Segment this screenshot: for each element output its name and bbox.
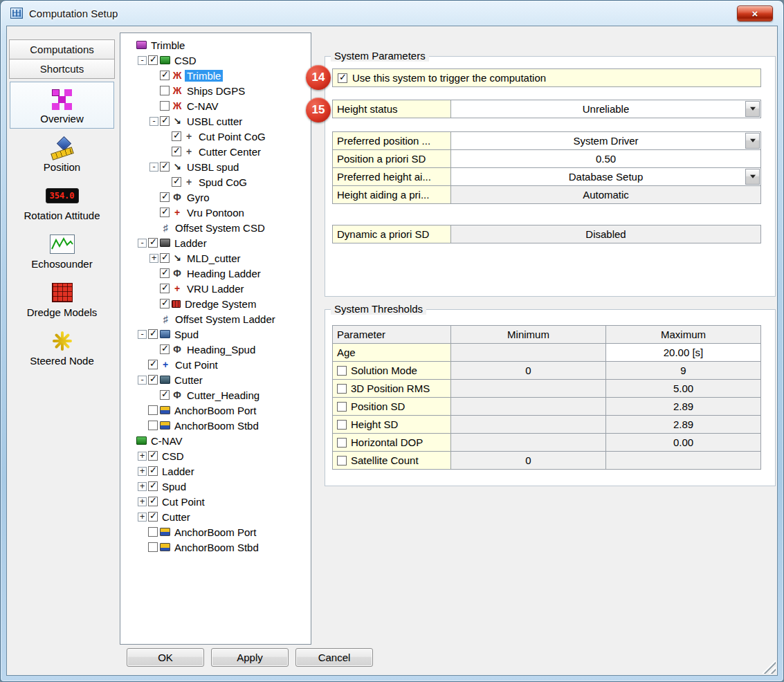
tree-checkbox[interactable] — [148, 375, 158, 385]
tree-node-label[interactable]: AnchorBoom Stbd — [172, 542, 261, 553]
threshold-checkbox[interactable] — [337, 438, 347, 448]
tree-node[interactable]: AnchorBoom Port — [122, 403, 311, 418]
computations-tab[interactable]: Computations — [9, 39, 115, 59]
tree-checkbox[interactable] — [148, 497, 158, 506]
tree-node-label[interactable]: Offset System Ladder — [173, 313, 277, 325]
tree-node[interactable]: +Spud — [122, 479, 311, 494]
tree-node[interactable]: AnchorBoom Port — [122, 524, 311, 540]
tree-node-label[interactable]: Ladder — [160, 466, 197, 477]
tree-node-label[interactable]: Dredge System — [183, 298, 258, 310]
tree-node-label[interactable]: Spud CoG — [197, 176, 249, 188]
trigger-computation-row[interactable]: Use this system to trigger the computati… — [332, 68, 761, 87]
tree-node[interactable]: +VRU Ladder — [122, 281, 311, 296]
dropdown-arrow-icon[interactable] — [745, 133, 760, 149]
tree-checkbox[interactable] — [160, 116, 170, 126]
collapse-icon[interactable]: - — [149, 163, 158, 172]
sidebar-item-steered-node[interactable]: Steered Node — [10, 324, 114, 371]
tree-node-label[interactable]: Ships DGPS — [185, 85, 247, 97]
tree-node[interactable]: AnchorBoom Stbd — [122, 540, 311, 555]
param-value[interactable]: 0.50 — [450, 149, 761, 168]
tree-checkbox[interactable] — [172, 177, 181, 187]
tree-checkbox[interactable] — [148, 238, 158, 248]
tree-node[interactable]: ΦCutter_Heading — [122, 387, 311, 403]
threshold-checkbox[interactable] — [337, 420, 347, 430]
tree-checkbox[interactable] — [160, 344, 170, 354]
titlebar[interactable]: Computation Setup × — [1, 1, 783, 26]
tree-node[interactable]: +Cutter — [122, 509, 311, 524]
tree-node[interactable]: -Ladder — [122, 235, 311, 250]
collapse-icon[interactable]: - — [138, 56, 147, 65]
tree-node-label[interactable]: CSD — [172, 55, 199, 66]
tree-node-label[interactable]: Heading_Spud — [185, 344, 257, 356]
sidebar-item-overview[interactable]: Overview — [10, 82, 114, 129]
dropdown-arrow-icon[interactable] — [745, 101, 760, 117]
tree-node-label[interactable]: Trimble — [185, 70, 223, 82]
expand-icon[interactable]: + — [138, 452, 147, 461]
tree-node[interactable]: +↘MLD_cutter — [122, 250, 311, 266]
tree-node-label[interactable]: Trimble — [149, 39, 187, 51]
tree-node[interactable]: ЖC-NAV — [122, 98, 311, 113]
tree-node[interactable]: C-NAV — [122, 433, 311, 448]
tree-node-label[interactable]: Cut Point — [160, 496, 207, 508]
tree-node[interactable]: ЖShips DGPS — [122, 83, 311, 98]
tree-node[interactable]: +CSD — [122, 448, 311, 463]
tree-checkbox[interactable] — [160, 284, 170, 293]
tree-node[interactable]: Trimble — [122, 37, 311, 53]
ok-button[interactable]: OK — [127, 648, 204, 667]
tree-node[interactable]: +Ladder — [122, 463, 311, 479]
sidebar-item-dredge-models[interactable]: Dredge Models — [10, 275, 114, 322]
expand-icon[interactable]: + — [138, 482, 147, 491]
tree-node[interactable]: +Cut Point CoG — [122, 129, 311, 144]
tree-node[interactable]: +Vru Pontoon — [122, 205, 311, 220]
tree-checkbox[interactable] — [160, 268, 170, 278]
tree-checkbox[interactable] — [148, 421, 158, 430]
tree-checkbox[interactable] — [160, 101, 170, 111]
tree-checkbox[interactable] — [160, 253, 170, 263]
tree-checkbox[interactable] — [160, 208, 170, 217]
tree-checkbox[interactable] — [148, 512, 158, 522]
sidebar-item-position[interactable]: Position — [10, 130, 114, 177]
tree-checkbox[interactable] — [160, 299, 170, 308]
tree-checkbox[interactable] — [148, 527, 158, 537]
tree-checkbox[interactable] — [148, 542, 158, 552]
tree-node-label[interactable]: Cutter Center — [197, 146, 263, 158]
tree-checkbox[interactable] — [160, 390, 170, 400]
expand-icon[interactable]: + — [138, 497, 147, 506]
tree-checkbox[interactable] — [148, 466, 158, 476]
threshold-checkbox[interactable] — [337, 402, 347, 412]
tree-node-label[interactable]: CSD — [160, 450, 186, 462]
tree-checkbox[interactable] — [148, 360, 158, 369]
collapse-icon[interactable]: - — [149, 117, 158, 126]
tree-node-label[interactable]: Gyro — [185, 192, 212, 203]
tree-node-label[interactable]: VRU Ladder — [185, 283, 246, 295]
tree-node[interactable]: ♯Offset System Ladder — [122, 311, 311, 326]
tree-node-label[interactable]: AnchorBoom Port — [172, 405, 258, 416]
tree-checkbox[interactable] — [160, 86, 170, 95]
tree-checkbox[interactable] — [160, 192, 170, 202]
expand-icon[interactable]: + — [138, 467, 147, 476]
collapse-icon[interactable]: - — [138, 330, 147, 339]
collapse-icon[interactable]: - — [138, 239, 147, 248]
tree-node[interactable]: +Spud CoG — [122, 174, 311, 190]
tree-node-label[interactable]: C-NAV — [149, 435, 185, 447]
expand-icon[interactable]: + — [138, 513, 147, 522]
tree-node[interactable]: ΦGyro — [122, 190, 311, 205]
tree-node-label[interactable]: Spud — [172, 329, 201, 340]
threshold-maximum-cell[interactable]: 20.00 [s] — [605, 343, 761, 362]
tree-node[interactable]: ♯Offset System CSD — [122, 220, 311, 235]
tree-node-label[interactable]: Heading Ladder — [185, 268, 263, 279]
tree-node[interactable]: ΦHeading_Spud — [122, 342, 311, 357]
systems-tree[interactable]: Trimble-CSDЖTrimbleЖShips DGPSЖC-NAV-↘US… — [120, 33, 311, 645]
dropdown-arrow-icon[interactable] — [745, 169, 760, 185]
tree-node[interactable]: +Cut Point — [122, 357, 311, 372]
param-combobox[interactable]: Database Setup — [450, 167, 761, 186]
tree-node-label[interactable]: USBL spud — [185, 161, 241, 173]
tree-checkbox[interactable] — [160, 162, 170, 172]
tree-node-label[interactable]: Cut Point — [173, 359, 220, 371]
tree-node-label[interactable]: Cut Point CoG — [197, 131, 268, 142]
tree-node[interactable]: ЖTrimble — [122, 68, 311, 83]
sidebar-item-rotation-attitude[interactable]: 354.0Rotation Attitude — [10, 178, 114, 225]
tree-node[interactable]: -↘USBL cutter — [122, 113, 311, 129]
tree-node-label[interactable]: Cutter_Heading — [185, 389, 262, 401]
tree-node-label[interactable]: C-NAV — [185, 100, 221, 112]
